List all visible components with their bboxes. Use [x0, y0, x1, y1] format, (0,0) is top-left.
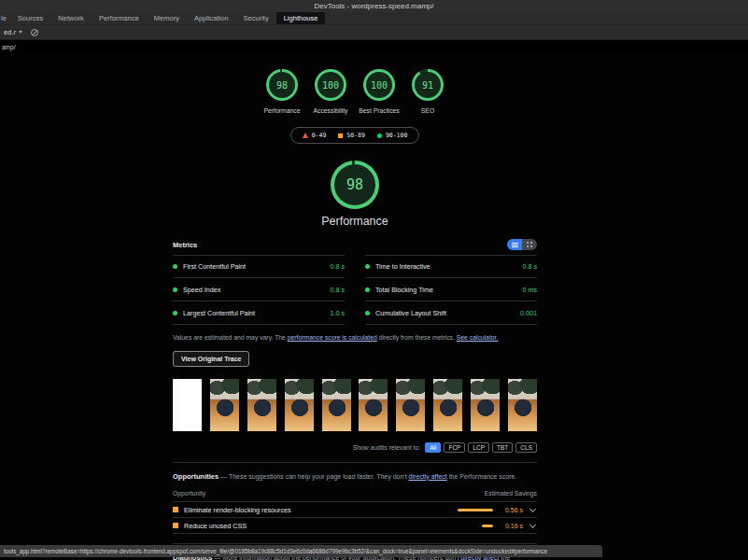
- tab-console-partial[interactable]: le: [0, 12, 10, 24]
- see-calculator-link[interactable]: See calculator.: [457, 334, 499, 341]
- report-selector-label: ed.r: [4, 28, 16, 36]
- bars-icon: [512, 243, 518, 247]
- filter-chip-cls[interactable]: CLS: [515, 442, 537, 453]
- filmstrip-frame-blank: [173, 379, 202, 431]
- opportunity-row-unused-css[interactable]: Reduce unused CSS 0.16 s: [173, 518, 537, 534]
- pass-circle-icon: [377, 133, 382, 138]
- directly-affect-link[interactable]: directly affect: [409, 473, 447, 480]
- opportunities-table-header: Opportunity Estimated Savings: [173, 490, 537, 502]
- opportunities-description: Opportunities — These suggestions can he…: [173, 471, 537, 483]
- metrics-section: Metrics First Contentful Paint 0.8 s Tim…: [173, 239, 537, 325]
- filmstrip-frame: [285, 379, 314, 431]
- window-title: DevTools - wordpress-speed.mamp/: [314, 2, 433, 10]
- tab-lighthouse[interactable]: Lighthouse: [276, 12, 326, 24]
- console-text: amp/: [2, 44, 15, 50]
- toggle-list-view[interactable]: [507, 239, 522, 250]
- report-selector-dropdown[interactable]: ed.r: [4, 28, 22, 36]
- pass-dot-icon: [173, 311, 177, 315]
- pass-dot-icon: [365, 264, 370, 269]
- toggle-grid-view[interactable]: [522, 239, 537, 250]
- score-performance[interactable]: 98 Performance: [260, 69, 305, 115]
- tab-security[interactable]: Security: [236, 12, 276, 24]
- section-divider: [173, 462, 537, 463]
- best-practices-gauge: 100: [363, 69, 395, 101]
- score-legend: 0-49 50-89 90-100: [290, 127, 420, 144]
- metric-tbt: Total Blocking Time 0 ms: [365, 278, 537, 301]
- fail-triangle-icon: [303, 133, 308, 138]
- average-square-icon: [173, 523, 178, 528]
- performance-section-title: Performance: [173, 215, 537, 228]
- score-calculated-link[interactable]: performance score is calculated: [288, 334, 377, 341]
- filmstrip-frame: [433, 379, 462, 431]
- window-titlebar: DevTools - wordpress-speed.mamp/: [0, 0, 748, 12]
- devtools-tabbar: le Sources Network Performance Memory Ap…: [0, 12, 748, 25]
- chevron-down-icon[interactable]: [529, 506, 536, 512]
- metrics-view-toggle[interactable]: [507, 239, 537, 250]
- legend-fail: 0-49: [303, 132, 327, 139]
- filter-chip-lcp[interactable]: LCP: [468, 442, 489, 453]
- audits-filter-label: Show audits relevant to:: [353, 444, 421, 451]
- metric-tti: Time to Interactive 0.8 s: [365, 255, 537, 278]
- tab-performance[interactable]: Performance: [92, 12, 147, 24]
- tab-application[interactable]: Application: [187, 12, 236, 24]
- status-url-bubble: tools_app.html?remoteBase=https://chrome…: [0, 545, 602, 557]
- tab-network[interactable]: Network: [50, 12, 92, 24]
- filmstrip-frame: [247, 379, 276, 431]
- pass-dot-icon: [173, 287, 177, 292]
- score-label: Accessibility: [313, 106, 347, 115]
- metrics-disclaimer: Values are estimated and may vary. The p…: [173, 333, 537, 343]
- pass-dot-icon: [173, 264, 177, 269]
- score-label: Best Practices: [359, 106, 399, 115]
- console-output-line: amp/: [0, 40, 748, 54]
- metric-fcp: First Contentful Paint 0.8 s: [173, 255, 345, 278]
- score-label: SEO: [421, 106, 434, 115]
- score-best-practices[interactable]: 100 Best Practices: [357, 69, 402, 115]
- pass-dot-icon: [365, 311, 370, 315]
- metric-cls: Cumulative Layout Shift 0.001: [365, 301, 537, 325]
- col-opportunity: Opportunity: [173, 490, 205, 497]
- metrics-heading: Metrics: [173, 241, 197, 249]
- grid-icon: [527, 242, 532, 247]
- lighthouse-toolbar: ed.r: [0, 25, 748, 40]
- filmstrip: [173, 379, 537, 431]
- filmstrip-frame: [359, 379, 388, 431]
- filter-chip-all[interactable]: All: [425, 442, 441, 453]
- opportunity-row-render-blocking[interactable]: Eliminate render-blocking resources 0.56…: [173, 502, 537, 518]
- pass-dot-icon: [365, 287, 370, 292]
- performance-main-gauge[interactable]: 98: [331, 161, 379, 209]
- performance-gauge: 98: [266, 69, 298, 101]
- metric-speed-index: Speed Index 0.8 s: [173, 278, 345, 301]
- filter-chip-tbt[interactable]: TBT: [492, 442, 513, 453]
- status-url-text: tools_app.html?remoteBase=https://chrome…: [4, 548, 547, 554]
- filmstrip-frame: [471, 379, 500, 431]
- filmstrip-frame: [210, 379, 239, 431]
- clear-icon[interactable]: [31, 29, 38, 36]
- accessibility-gauge: 100: [315, 69, 346, 101]
- seo-gauge: 91: [412, 69, 444, 101]
- lighthouse-report: 98 Performance 100 Accessibility 100 Bes…: [173, 54, 537, 560]
- score-label: Performance: [264, 106, 301, 115]
- devtools-window: DevTools - wordpress-speed.mamp/ le Sour…: [0, 0, 748, 560]
- score-accessibility[interactable]: 100 Accessibility: [308, 69, 354, 115]
- metric-lcp: Largest Contentful Paint 1.0 s: [173, 301, 345, 325]
- savings-bar: [482, 525, 493, 527]
- view-original-trace-button[interactable]: View Original Trace: [173, 351, 249, 367]
- chevron-down-icon[interactable]: [529, 522, 536, 528]
- col-estimated-savings: Estimated Savings: [485, 490, 537, 497]
- score-gauges-row: 98 Performance 100 Accessibility 100 Bes…: [173, 54, 537, 115]
- filmstrip-frame: [322, 379, 351, 431]
- average-square-icon: [338, 133, 343, 138]
- filmstrip-frame: [508, 379, 537, 431]
- tab-memory[interactable]: Memory: [147, 12, 187, 24]
- filmstrip-frame: [396, 379, 425, 431]
- legend-average: 50-89: [338, 132, 365, 139]
- savings-bar: [458, 509, 493, 511]
- average-square-icon: [173, 507, 178, 512]
- audits-filter-row: Show audits relevant to: All FCP LCP TBT…: [173, 442, 537, 453]
- filter-chip-fcp[interactable]: FCP: [444, 442, 465, 453]
- tab-sources[interactable]: Sources: [10, 12, 51, 24]
- score-seo[interactable]: 91 SEO: [405, 69, 451, 115]
- legend-pass: 90-100: [377, 132, 407, 139]
- chevron-down-icon: [19, 31, 22, 34]
